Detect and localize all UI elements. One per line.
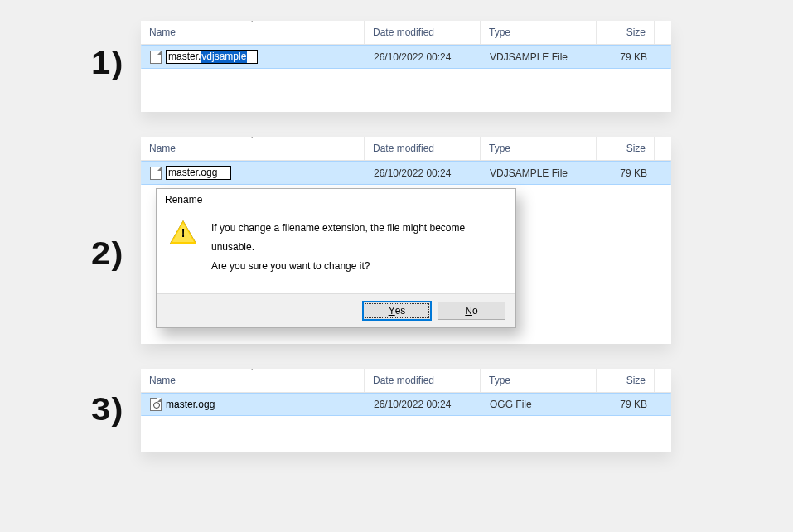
file-row[interactable]: master.ogg 26/10/2022 00:24 VDJSAMPLE Fi… xyxy=(141,161,671,185)
file-row[interactable]: master.ogg 26/10/2022 00:24 OGG File 79 … xyxy=(141,393,671,416)
dialog-body: If you change a filename extension, the … xyxy=(157,210,515,293)
file-type: VDJSAMPLE File xyxy=(481,166,597,181)
dialog-buttons: Yes No xyxy=(157,293,515,327)
column-headers: Name ˄ Date modified Type Size xyxy=(141,21,671,45)
file-date: 26/10/2022 00:24 xyxy=(365,50,481,65)
file-icon xyxy=(150,167,162,180)
dialog-text: If you change a filename extension, the … xyxy=(211,219,502,275)
filename-prefix: master. xyxy=(168,51,201,63)
rename-input[interactable]: master.ogg xyxy=(166,166,231,180)
step-number-3: 3) xyxy=(19,369,147,428)
column-type[interactable]: Type xyxy=(481,21,597,44)
column-date[interactable]: Date modified xyxy=(365,137,481,160)
explorer-panel-3: Name ˄ Date modified Type Size master.og… xyxy=(141,369,671,452)
file-date: 26/10/2022 00:24 xyxy=(365,166,481,181)
step-3: 3) Name ˄ Date modified Type Size master… xyxy=(25,369,768,452)
file-size: 79 KB xyxy=(597,50,655,65)
column-name[interactable]: Name ˄ xyxy=(141,369,365,392)
file-size: 79 KB xyxy=(597,397,655,412)
column-name[interactable]: Name ˄ xyxy=(141,137,365,160)
file-size: 79 KB xyxy=(597,166,655,181)
sort-indicator-icon: ˄ xyxy=(250,20,254,28)
file-icon xyxy=(150,51,162,64)
step-number-1: 1) xyxy=(19,21,147,81)
step-2: 2) Name ˄ Date modified Type Size master… xyxy=(25,137,768,344)
column-name[interactable]: Name ˄ xyxy=(141,21,365,44)
filename-text: master.ogg xyxy=(168,167,217,179)
filename-selected-text: vdjsample xyxy=(201,51,247,63)
column-headers: Name ˄ Date modified Type Size xyxy=(141,369,671,393)
filename-text: master.ogg xyxy=(166,399,215,410)
explorer-panel-1: Name ˄ Date modified Type Size master.vd… xyxy=(141,21,671,112)
file-row[interactable]: master.vdjsample 26/10/2022 00:24 VDJSAM… xyxy=(141,45,671,69)
file-type: OGG File xyxy=(481,397,597,412)
ogg-file-icon xyxy=(150,398,162,411)
column-size[interactable]: Size xyxy=(597,137,655,160)
warning-icon xyxy=(170,220,196,244)
column-size[interactable]: Size xyxy=(597,21,655,44)
dialog-line-1: If you change a filename extension, the … xyxy=(211,219,502,257)
column-date[interactable]: Date modified xyxy=(365,369,481,392)
step-1: 1) Name ˄ Date modified Type Size master… xyxy=(25,21,768,112)
file-date: 26/10/2022 00:24 xyxy=(365,397,481,412)
yes-button[interactable]: Yes xyxy=(363,302,431,320)
sort-indicator-icon: ˄ xyxy=(250,368,254,376)
explorer-panel-2: Name ˄ Date modified Type Size master.og… xyxy=(141,137,671,344)
dialog-line-2: Are you sure you want to change it? xyxy=(211,257,502,276)
column-size[interactable]: Size xyxy=(597,369,655,392)
rename-input[interactable]: master.vdjsample xyxy=(166,50,258,64)
dialog-title: Rename xyxy=(157,189,515,210)
no-button[interactable]: No xyxy=(438,302,505,320)
rename-dialog: Rename If you change a filename extensio… xyxy=(156,188,516,328)
column-date[interactable]: Date modified xyxy=(365,21,481,44)
column-headers: Name ˄ Date modified Type Size xyxy=(141,137,671,161)
sort-indicator-icon: ˄ xyxy=(250,136,254,144)
column-type[interactable]: Type xyxy=(481,369,597,392)
file-type: VDJSAMPLE File xyxy=(481,50,597,65)
step-number-2: 2) xyxy=(19,137,147,272)
column-type[interactable]: Type xyxy=(481,137,597,160)
